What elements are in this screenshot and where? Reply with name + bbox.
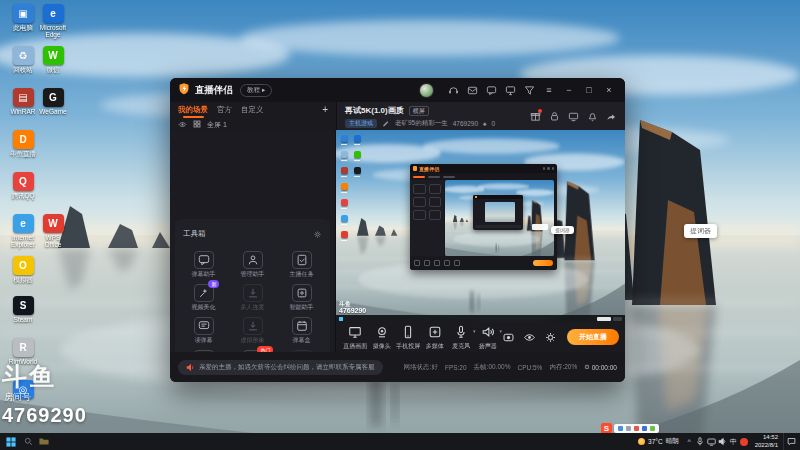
tray-display-icon[interactable] bbox=[706, 433, 717, 450]
weather-widget[interactable]: 37°C 晴朗 bbox=[633, 437, 684, 446]
share-icon[interactable] bbox=[605, 110, 617, 122]
desktop-icon[interactable]: W 微信 bbox=[38, 46, 68, 73]
lock-icon[interactable] bbox=[548, 110, 560, 122]
mic-icon bbox=[448, 325, 475, 343]
tab-custom[interactable]: 自定义 bbox=[241, 105, 264, 115]
captured-desktop-icon bbox=[341, 215, 348, 222]
toolbox-item[interactable]: 多人连麦 bbox=[228, 284, 277, 310]
sogou-mic-icon[interactable] bbox=[634, 426, 639, 431]
desktop-icon[interactable]: G WeGame bbox=[38, 88, 68, 115]
toolbar-camera-button[interactable]: 摄像头 bbox=[369, 325, 396, 349]
desktop-icon[interactable]: O 模拟器 bbox=[8, 256, 38, 283]
screen-cast-icon[interactable] bbox=[567, 110, 579, 122]
captured-desktop-icon bbox=[341, 167, 348, 174]
person-icon bbox=[243, 251, 263, 269]
minimize-button[interactable]: − bbox=[561, 82, 577, 98]
desktop-icon[interactable]: S Steam bbox=[8, 296, 38, 323]
weather-desc: 晴朗 bbox=[666, 437, 679, 446]
toolbox-item[interactable]: 读弹幕 bbox=[179, 317, 228, 343]
sogou-toolbox-icon[interactable] bbox=[650, 426, 655, 431]
desktop-icon[interactable]: Q 腾讯QQ bbox=[8, 172, 38, 199]
sogou-skin-icon[interactable] bbox=[642, 426, 647, 431]
desktop-icon[interactable]: e Microsoft Edge bbox=[38, 4, 68, 39]
stream-preview-canvas[interactable]: 直播伴侣 bbox=[336, 130, 625, 322]
mail-icon[interactable] bbox=[465, 83, 480, 97]
visibility-eye-icon[interactable] bbox=[178, 120, 187, 130]
filter-icon[interactable] bbox=[522, 83, 537, 97]
desktop-icon[interactable]: D 斗鱼直播 bbox=[8, 130, 38, 157]
message-icon[interactable] bbox=[484, 83, 499, 97]
desktop-icon[interactable]: W WPS Office bbox=[38, 214, 68, 249]
hidden-icons-chevron[interactable]: ^ bbox=[684, 433, 695, 450]
tray-volume-icon[interactable] bbox=[717, 433, 728, 450]
toolbox-title: 工具箱 bbox=[183, 229, 206, 239]
user-avatar[interactable] bbox=[419, 83, 434, 98]
gift-activity-icon[interactable] bbox=[529, 110, 541, 122]
toolbox-item[interactable]: 虚拟形象 bbox=[228, 317, 277, 343]
desktop-icon-image: W bbox=[43, 214, 64, 233]
record-icon[interactable] bbox=[501, 330, 515, 344]
toolbar-phone-button[interactable]: 手机投屏 bbox=[395, 325, 422, 349]
desktop: ▣ 此电脑 e Microsoft Edge ♻ 回收站 W 微信 ▤ WinR… bbox=[0, 0, 800, 450]
category-badge[interactable]: 主机游戏 bbox=[345, 119, 377, 128]
toolbar-media-button[interactable]: 多媒体 bbox=[422, 325, 449, 349]
desktop-icon[interactable]: e Internet Explorer bbox=[8, 214, 38, 249]
settings-gear-icon[interactable] bbox=[543, 330, 557, 344]
captured-desktop-icon bbox=[341, 183, 348, 190]
start-live-button[interactable]: 开始直播 bbox=[567, 329, 619, 345]
tray-mic-icon[interactable] bbox=[695, 433, 706, 450]
close-button[interactable]: × bbox=[601, 82, 617, 98]
room-title[interactable]: 再试5K(1.0)画质 bbox=[345, 105, 404, 116]
taskbar-clock[interactable]: 14:52 2022/8/1 bbox=[750, 434, 783, 449]
bell-icon[interactable] bbox=[586, 110, 598, 122]
announcement-bar[interactable]: 亲爱的主播，如遇欠薪等公会纠纷问题，请立即联系专属客服 bbox=[178, 360, 383, 375]
app-title: 直播伴侣 bbox=[195, 84, 233, 97]
input-method-indicator[interactable]: 中 bbox=[728, 433, 739, 450]
add-scene-button[interactable]: + bbox=[322, 104, 328, 115]
sogou-mode-icon[interactable] bbox=[618, 426, 623, 431]
desktop-icon[interactable]: ▣ 此电脑 bbox=[8, 4, 38, 31]
toolbar-mic-button[interactable]: 麦克风▾ bbox=[448, 325, 475, 349]
toolbox-item[interactable]: 弹幕助手 bbox=[179, 251, 228, 277]
recursive-window bbox=[473, 195, 523, 230]
toolbox-item[interactable]: 管理助手 bbox=[228, 251, 277, 277]
douyu-tray-icon[interactable] bbox=[739, 433, 750, 450]
stream-watermark: 斗鱼 房间号 4769290 bbox=[2, 360, 87, 427]
search-icon[interactable] bbox=[20, 433, 36, 450]
notification-center-icon[interactable] bbox=[783, 433, 798, 450]
chevron-down-icon[interactable]: ▾ bbox=[499, 328, 502, 334]
preview-eye-icon[interactable] bbox=[522, 330, 536, 344]
toolbar-speaker-button[interactable]: 扬声器▾ bbox=[475, 325, 502, 349]
file-explorer-icon[interactable] bbox=[36, 433, 52, 450]
start-button[interactable] bbox=[2, 433, 20, 450]
app-titlebar[interactable]: 直播伴侣 教程 ▸ ≡ − □ × bbox=[170, 78, 625, 102]
status-memory: 内存:20% bbox=[549, 363, 577, 372]
scene-tabs: 我的场景 官方 自定义 + bbox=[170, 102, 336, 117]
room-action-icons bbox=[529, 110, 617, 122]
toolbox-item[interactable]: 弹幕盒 bbox=[277, 317, 326, 343]
tab-my-scenes[interactable]: 我的场景 bbox=[178, 105, 208, 115]
maximize-button[interactable]: □ bbox=[581, 82, 597, 98]
toolbox-item[interactable]: 视频美化新 bbox=[179, 284, 228, 310]
clock-icon: ⊙ bbox=[584, 363, 589, 371]
layout-grid-icon[interactable] bbox=[193, 120, 201, 129]
captured-toolbox bbox=[410, 180, 444, 256]
desktop-icon[interactable]: ♻ 回收站 bbox=[8, 46, 38, 73]
desktop-icon[interactable]: ▤ WinRAR bbox=[8, 88, 38, 115]
tab-official[interactable]: 官方 bbox=[217, 105, 232, 115]
customer-service-icon[interactable] bbox=[446, 83, 461, 97]
monitor-icon[interactable] bbox=[503, 83, 518, 97]
toolbar-screen-button[interactable]: 直播画面 bbox=[342, 325, 369, 349]
edit-pencil-icon[interactable] bbox=[382, 119, 390, 128]
sogou-toolbar[interactable] bbox=[614, 424, 659, 433]
toolbox-grid: 弹幕助手管理助手主播任务视频美化新多人连麦智能助手读弹幕虚拟形象弹幕盒PK热门 bbox=[179, 251, 326, 352]
menu-icon[interactable]: ≡ bbox=[541, 82, 557, 98]
toolbox-item[interactable]: 主播任务 bbox=[277, 251, 326, 277]
toolbox-item[interactable]: 智能助手 bbox=[277, 284, 326, 310]
desktop-icon-label: 微信 bbox=[38, 66, 68, 73]
prompter-tooltip[interactable]: 提词器 bbox=[684, 224, 717, 238]
tutorial-badge[interactable]: 教程 ▸ bbox=[240, 84, 272, 97]
scene-item-row[interactable]: 全屏 1 bbox=[170, 118, 336, 131]
sogou-punct-icon[interactable] bbox=[626, 426, 631, 431]
toolbox-settings-icon[interactable] bbox=[313, 225, 322, 243]
